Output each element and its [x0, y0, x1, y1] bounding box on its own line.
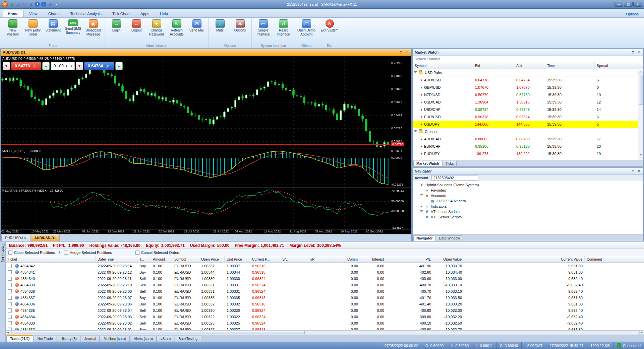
market-watch-row[interactable]: ▲AUD/CAD0.886830.8870015:39:3017: [413, 135, 638, 143]
close-icon[interactable]: ×: [637, 50, 641, 55]
new-position-button[interactable]: +New Position: [3, 19, 22, 37]
scroll-down-icon[interactable]: ▼: [638, 105, 644, 160]
column-header-s-l[interactable]: S/L: [280, 256, 307, 262]
chart-icon[interactable]: ▦: [9, 2, 14, 7]
tab-journal[interactable]: Journal: [81, 336, 100, 342]
market-watch-column-bid[interactable]: Bid: [473, 62, 514, 69]
row-checkbox[interactable]: [8, 283, 12, 287]
chart-window-titlebar[interactable]: AUD/USD-D1 ↧ ×: [1, 49, 411, 56]
market-watch-group-row[interactable]: −Crosses: [413, 128, 638, 135]
macd-canvas[interactable]: [1, 148, 411, 188]
buy-button[interactable]: 0.64784 (B): [84, 62, 114, 70]
column-header-interest[interactable]: Interest: [360, 256, 386, 262]
market-watch-row[interactable]: ▲USD/CAD1.369041.3691615:39:3012: [413, 98, 638, 106]
tree-item-hybrid-solutions-demo-system[interactable]: ♥Hybrid Solutions (Demo System): [414, 182, 642, 188]
amount-spin-icons[interactable]: ▲▼: [65, 64, 67, 68]
tab-alerts-sara[interactable]: Alerts (sara): [130, 336, 157, 342]
reset-interface-button[interactable]: ↺Reset Interface: [274, 19, 293, 37]
column-header-unit-price[interactable]: Unit Price: [225, 256, 250, 262]
column-header-p-l[interactable]: P/L: [386, 256, 433, 262]
close-button[interactable]: ✕: [633, 2, 642, 7]
market-watch-row[interactable]: ▲GBP/CHF1.063131.0632915:39:3016: [413, 157, 638, 160]
checkbox-box[interactable]: [64, 251, 68, 255]
ribbon-tab-charts[interactable]: Charts: [43, 10, 65, 17]
scroll-right-icon[interactable]: ▶: [639, 331, 644, 335]
column-header-symbol[interactable]: Symbol: [172, 256, 199, 262]
chart-tab-eur-usd-h4[interactable]: EUR/USD-H4: [1, 235, 30, 241]
sell-button[interactable]: 0.64778 (S): [11, 62, 41, 70]
navigator-titlebar[interactable]: Navigator ↧ ×: [413, 168, 643, 175]
market-watch-column-symbol[interactable]: Symbol: [413, 62, 473, 69]
sell-step-down-button[interactable]: ▼: [3, 62, 10, 70]
tab-navigator[interactable]: Navigator: [413, 235, 435, 241]
trade-table-row[interactable]: 48543332022-09-20 09:23:02Sell0.100EUR/U…: [6, 320, 644, 326]
save-icon[interactable]: ▣: [48, 2, 53, 7]
collapse-icon[interactable]: −: [414, 71, 417, 74]
buy-step-down-button[interactable]: ▼: [76, 62, 83, 70]
tab-net-trade[interactable]: Net Trade: [34, 336, 56, 342]
tree-item-vtl-local-scripts[interactable]: +VVTL Local Scripts: [414, 209, 642, 214]
trade-table-row[interactable]: 48543372022-09-20 09:23:07Buy0.100EUR/US…: [6, 294, 644, 301]
ribbon-tab-home[interactable]: Home: [3, 10, 23, 17]
market-watch-row[interactable]: ▼NZD/USD0.567790.5678915:39:3010: [413, 91, 638, 98]
column-header-amount[interactable]: Amount: [151, 256, 172, 262]
market-watch-row[interactable]: ▲USD/CHF0.987340.9874815:39:3014: [413, 106, 638, 113]
column-header-open-price[interactable]: Open Price: [199, 256, 225, 262]
row-checkbox[interactable]: [8, 289, 12, 293]
trade-table-row[interactable]: 48543352022-09-20 09:23:04Sell0.100EUR/U…: [6, 307, 644, 313]
tab-market-watch[interactable]: Market Watch: [413, 161, 442, 166]
help-icon[interactable]: ?: [35, 2, 40, 7]
market-watch-column-time[interactable]: Time: [545, 62, 595, 69]
column-header-date-time[interactable]: Date/Time: [96, 256, 137, 262]
simple-interface-button[interactable]: ▭Simple Interface: [253, 19, 273, 37]
scroll-left-icon[interactable]: ◀: [6, 331, 10, 335]
mute-button[interactable]: ♫Mute: [210, 19, 230, 33]
open-demo-account-button[interactable]: ▢Open Demo Account: [297, 19, 316, 37]
ribbon-options-link[interactable]: Options: [623, 11, 641, 17]
send-mail-button[interactable]: ✉Send Mail: [187, 19, 207, 33]
market-watch-titlebar[interactable]: Market Watch ↧ ×: [413, 49, 643, 56]
tree-item-vtl-server-scripts[interactable]: VVTL Server Scripts: [414, 214, 642, 220]
info-icon[interactable]: i: [41, 2, 46, 7]
statement-button[interactable]: ▤Statement: [43, 19, 63, 33]
trade-table-row[interactable]: 48543342022-09-20 09:23:03Sell0.100EUR/U…: [6, 313, 644, 320]
chart-tab-aud-usd-d1[interactable]: AUD/USD-D1: [31, 235, 60, 241]
ribbon-tab-apps[interactable]: Apps: [135, 10, 154, 17]
checkbox-box[interactable]: [8, 251, 12, 255]
scroll-up-icon[interactable]: ▲: [638, 69, 644, 74]
amount-stepper[interactable]: 0.100 ▲▼ ▼: [51, 62, 75, 70]
exit-system-button[interactable]: ⊗Exit System: [320, 19, 339, 33]
column-header-comm[interactable]: Comm: [334, 256, 360, 262]
ribbon-tab-technical-analysis[interactable]: Technical Analysis: [65, 10, 107, 17]
trade-table-row[interactable]: 48543402022-09-20 09:23:11Sell0.100EUR/U…: [6, 275, 644, 282]
pin-icon[interactable]: ↧: [631, 50, 635, 55]
account-value[interactable]: 2132595492: [431, 175, 478, 181]
vertical-scroll-thumb[interactable]: [639, 75, 643, 105]
ribbon-tab-help[interactable]: Help: [155, 10, 173, 17]
trade-table-row[interactable]: 48543322022-09-20 09:23:01Buy0.100EUR/US…: [6, 326, 644, 330]
row-checkbox[interactable]: [8, 302, 12, 306]
tab-backtesting[interactable]: BackTesting: [175, 336, 201, 342]
ribbon-tab-view[interactable]: View: [24, 10, 43, 17]
new-entry-order-button[interactable]: +New Entry Order: [23, 19, 43, 37]
symbol-search-input[interactable]: [413, 56, 643, 62]
row-checkbox[interactable]: [8, 264, 12, 268]
rsi-canvas[interactable]: [1, 188, 411, 229]
horizontal-scroll-thumb[interactable]: [11, 331, 305, 334]
market-watch-row[interactable]: ▼AUD/USD0.647780.6478415:39:306: [413, 76, 638, 84]
buy-step-up-button[interactable]: ▲: [115, 62, 123, 70]
row-checkbox[interactable]: [8, 296, 12, 300]
tab-vstore[interactable]: vStore: [157, 336, 174, 342]
trade-table-row[interactable]: 48543422022-09-20 09:23:14Buy0.100EUR/US…: [6, 263, 644, 269]
options-button[interactable]: ✱Options: [230, 19, 250, 33]
market-watch-row[interactable]: ▼EUR/USD0.963180.9632415:39:306: [413, 113, 638, 121]
checkbox-close-selected-positions[interactable]: Close Selected Positions: [8, 251, 55, 255]
column-header-comment[interactable]: Comment: [585, 256, 644, 262]
tree-item-favorites[interactable]: ★Favorites: [414, 188, 642, 193]
layout-icon[interactable]: ▥: [28, 2, 34, 7]
collapse-icon[interactable]: −: [414, 130, 417, 133]
amount-dropdown-icon[interactable]: ▼: [69, 62, 74, 70]
market-watch-row[interactable]: ▼EUR/CHF0.951000.9512015:39:3020: [413, 143, 638, 150]
tree-item-indicators[interactable]: +∿Indicators: [414, 204, 642, 209]
send-sms-summary-button[interactable]: SMSSend SMS Summary: [63, 19, 83, 35]
